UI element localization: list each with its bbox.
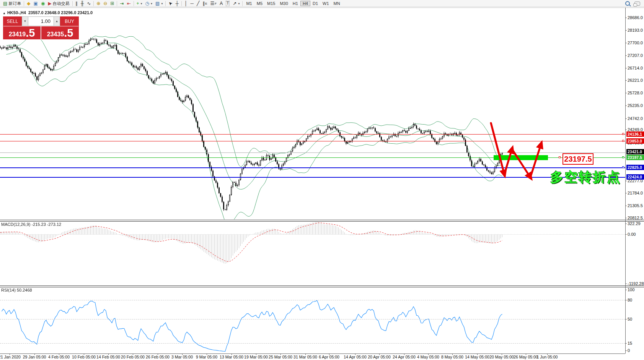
price-tick-label: 25235.0 xyxy=(628,103,643,108)
buy-price-frac: .5 xyxy=(64,28,73,39)
indicator-tick-label: 0.00 xyxy=(628,232,636,237)
rsi-gridline xyxy=(0,300,625,300)
volume-increase-button[interactable]: ▲ xyxy=(54,16,60,26)
price-line-label: 22424.0 xyxy=(626,174,644,180)
price-tick-label: 25728.0 xyxy=(628,91,643,95)
price-tick-label: 24742.0 xyxy=(628,116,643,121)
support-zone-rectangle[interactable] xyxy=(494,155,548,160)
price-tick-mark xyxy=(625,68,627,68)
price-tick-label: 20812.5 xyxy=(628,216,643,220)
price-box-marker xyxy=(559,156,561,158)
line-endpoint-marker xyxy=(622,140,624,142)
chart-canvas[interactable] xyxy=(0,0,625,360)
rsi-indicator-label: RSI(14) 50.2468 xyxy=(1,288,32,292)
line-endpoint-marker xyxy=(622,166,624,168)
toolbar-right-group xyxy=(625,1,642,6)
indicator-tick-label: -1192.28 xyxy=(628,281,644,286)
horizontal-line-object[interactable] xyxy=(0,134,625,135)
price-line-label: 23197.5 xyxy=(626,155,644,160)
horizontal-line-object[interactable] xyxy=(0,152,625,153)
search-icon[interactable] xyxy=(625,1,630,6)
volume-input[interactable]: 1.00 xyxy=(28,16,54,26)
line-endpoint-marker xyxy=(622,133,624,135)
price-line-label: 22825.0 xyxy=(626,165,644,170)
indicator-tick-mark xyxy=(625,343,627,344)
indicator-tick-mark xyxy=(625,224,627,224)
sell-price[interactable]: 23419 .5 xyxy=(3,26,41,39)
buy-button[interactable]: BUY xyxy=(60,16,79,26)
price-tick-mark xyxy=(625,193,627,193)
price-tick-mark xyxy=(625,18,627,18)
price-tick-mark xyxy=(625,80,627,81)
indicator-tick-mark xyxy=(625,319,627,319)
price-tick-mark xyxy=(625,55,627,56)
price-callout-label[interactable]: 23197.5 xyxy=(562,153,593,165)
line-endpoint-marker xyxy=(622,156,624,158)
price-tick-label: 28686.0 xyxy=(628,15,643,20)
volume-decrease-button[interactable]: ▼ xyxy=(22,16,28,26)
price-line-label: 23421.0 xyxy=(626,149,644,154)
price-tick-mark xyxy=(625,30,627,31)
one-click-trading-panel: SELL ▼ 1.00 ▲ BUY 23419 .5 23435 .5 xyxy=(3,16,79,39)
price-tick-mark xyxy=(625,93,627,93)
indicator-tick-label: 50 xyxy=(628,317,632,321)
price-tick-label: 21305.5 xyxy=(628,203,643,208)
price-tick-label: 21784.0 xyxy=(628,191,643,195)
indicator-tick-label: 0 xyxy=(628,348,630,353)
rsi-gridline xyxy=(0,319,625,319)
cn-annotation-text[interactable]: 多空转折点 xyxy=(550,169,621,186)
community-chat-icon[interactable] xyxy=(634,2,640,6)
indicator-tick-label: 15 xyxy=(628,341,632,345)
indicator-tick-mark xyxy=(625,300,627,300)
price-tick-mark xyxy=(625,43,627,43)
sell-button[interactable]: SELL xyxy=(3,16,22,26)
collapse-icon[interactable]: ▲ xyxy=(3,11,6,15)
sell-price-frac: .5 xyxy=(26,28,35,39)
price-tick-mark xyxy=(625,118,627,119)
indicator-tick-label: 100 xyxy=(628,287,634,292)
chart-ohlc-header: ▲HK50-,H4 23557.0 23648.0 23296.0 23421.… xyxy=(3,10,93,15)
buy-price[interactable]: 23435 .5 xyxy=(41,26,79,39)
price-tick-mark xyxy=(625,218,627,218)
price-tick-label: 26221.0 xyxy=(628,78,643,83)
price-tick-mark xyxy=(625,130,627,130)
indicator-tick-mark xyxy=(625,284,627,284)
price-tick-label: 28193.0 xyxy=(628,28,643,32)
price-tick-label: 26714.0 xyxy=(628,66,643,70)
macd-indicator-label: MACD(12,26,9) -215.23 -273.12 xyxy=(1,222,61,227)
symbol-period-label: HK50-,H4 xyxy=(7,10,26,15)
indicator-tick-mark xyxy=(625,350,627,351)
horizontal-line-object[interactable] xyxy=(0,167,625,168)
rsi-gridline xyxy=(0,343,625,344)
horizontal-line-object[interactable] xyxy=(0,141,625,141)
price-line-label: 24136.1 xyxy=(626,131,644,137)
price-tick-label: 27207.0 xyxy=(628,53,643,58)
price-line-label: 23853.0 xyxy=(626,138,644,144)
price-tick-mark xyxy=(625,206,627,206)
mt-terminal-window: ▤新订单◆▣◉▶自动交易∥╫∿⊕⊖⊞⇥⇤+▾◷▾▧▾➤┼│─╱∥E☰FAT↗▾M… xyxy=(0,0,644,360)
price-tick-mark xyxy=(625,105,627,106)
indicator-tick-mark xyxy=(625,234,627,235)
indicator-tick-label: 322.29 xyxy=(628,221,641,226)
horizontal-line-object[interactable] xyxy=(0,177,625,178)
indicator-tick-mark xyxy=(625,290,627,290)
indicator-tick-label: 80 xyxy=(628,298,632,302)
ohlc-values: 23557.0 23648.0 23296.0 23421.0 xyxy=(28,10,93,15)
buy-price-main: 23435 xyxy=(47,30,64,39)
sell-price-main: 23419 xyxy=(9,30,26,39)
price-tick-mark xyxy=(625,181,627,181)
price-tick-label: 27700.0 xyxy=(628,41,643,45)
